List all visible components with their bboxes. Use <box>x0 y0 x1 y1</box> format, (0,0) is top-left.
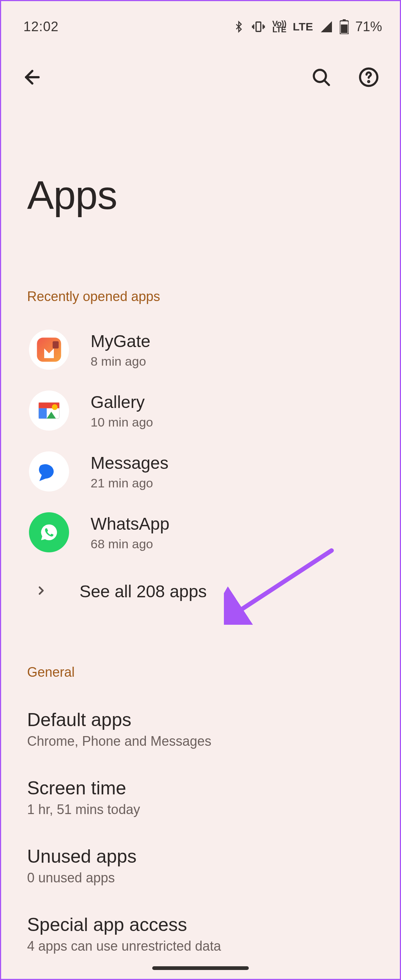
app-name: Messages <box>91 453 169 473</box>
app-subtext: 10 min ago <box>91 415 153 430</box>
item-subtext: Chrome, Phone and Messages <box>27 733 374 749</box>
status-time: 12:02 <box>23 19 59 35</box>
app-name: Gallery <box>91 392 153 412</box>
svg-point-12 <box>52 404 57 410</box>
app-subtext: 68 min ago <box>91 537 169 551</box>
section-header-recent: Recently opened apps <box>1 218 400 319</box>
lte-icon: LTE <box>293 21 313 33</box>
list-item[interactable]: Gallery 10 min ago <box>1 380 400 441</box>
toolbar <box>1 42 400 94</box>
battery-icon <box>340 19 348 34</box>
section-header-general: General <box>1 616 400 695</box>
mygate-app-icon <box>29 329 69 370</box>
item-title: Default apps <box>27 709 374 730</box>
app-subtext: 21 min ago <box>91 476 169 490</box>
item-title: Special app access <box>27 914 374 935</box>
list-item[interactable]: MyGate 8 min ago <box>1 319 400 380</box>
status-bar: 12:02 Vo))LTE LTE 71% <box>1 1 400 42</box>
nav-bar-indicator[interactable] <box>152 966 249 970</box>
battery-percent: 71% <box>355 19 382 35</box>
help-button[interactable] <box>355 64 382 91</box>
svg-rect-0 <box>256 22 261 31</box>
signal-icon <box>320 20 333 33</box>
svg-rect-2 <box>343 19 346 21</box>
svg-rect-8 <box>53 341 59 348</box>
list-item[interactable]: Messages 21 min ago <box>1 441 400 502</box>
page-title: Apps <box>1 94 400 218</box>
svg-rect-11 <box>38 408 47 419</box>
chevron-right-icon <box>35 584 48 599</box>
item-title: Unused apps <box>27 846 374 867</box>
list-item[interactable]: WhatsApp 68 min ago <box>1 502 400 563</box>
status-icons: Vo))LTE LTE 71% <box>233 19 382 35</box>
app-name: MyGate <box>91 331 150 351</box>
svg-rect-3 <box>341 24 347 33</box>
search-button[interactable] <box>308 64 334 91</box>
default-apps-item[interactable]: Default apps Chrome, Phone and Messages <box>1 695 400 763</box>
svg-point-6 <box>368 81 369 82</box>
screen-time-item[interactable]: Screen time 1 hr, 51 mins today <box>1 763 400 832</box>
special-app-access-item[interactable]: Special app access 4 apps can use unrest… <box>1 900 400 968</box>
back-button[interactable] <box>19 64 46 91</box>
app-subtext: 8 min ago <box>91 354 150 369</box>
vibrate-icon <box>251 20 266 34</box>
item-subtext: 1 hr, 51 mins today <box>27 802 374 818</box>
unused-apps-item[interactable]: Unused apps 0 unused apps <box>1 832 400 900</box>
see-all-label: See all 208 apps <box>80 581 207 601</box>
whatsapp-app-icon <box>29 512 69 552</box>
item-subtext: 4 apps can use unrestricted data <box>27 939 374 954</box>
app-name: WhatsApp <box>91 514 169 534</box>
gallery-app-icon <box>29 390 69 431</box>
messages-app-icon <box>29 452 69 492</box>
item-subtext: 0 unused apps <box>27 870 374 886</box>
item-title: Screen time <box>27 777 374 799</box>
bluetooth-icon <box>233 19 245 34</box>
see-all-apps-button[interactable]: See all 208 apps <box>1 563 400 616</box>
volte-icon: Vo))LTE <box>272 21 286 33</box>
